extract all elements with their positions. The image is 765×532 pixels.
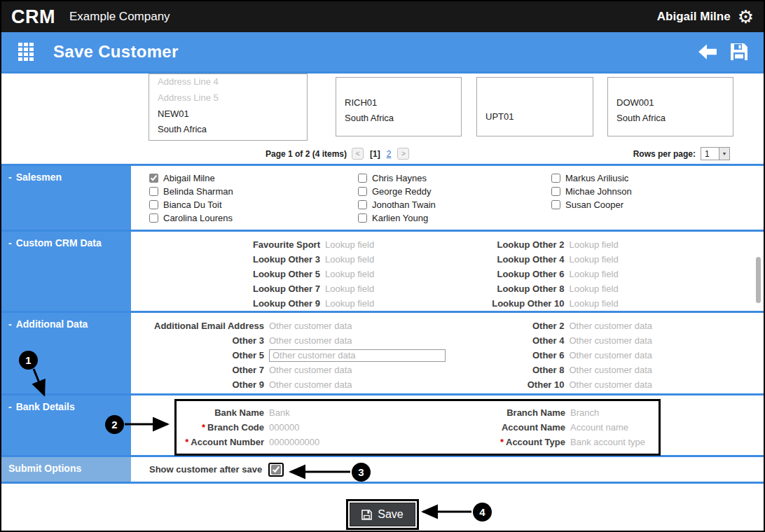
lookup-field[interactable]: Lookup field [320,269,374,279]
scrollbar-thumb[interactable] [756,257,761,303]
field-row: Additional Email AddressOther customer d… [131,318,448,333]
next-page-icon[interactable]: > [397,148,409,160]
field-label: Favourite Sport [131,239,320,250]
gear-icon[interactable]: ⚙ [738,8,754,26]
pagination-bar: Page 1 of 2 (4 items) < [1] 2 > Rows per… [131,147,764,160]
show-customer-after-save-checkbox[interactable] [271,465,281,475]
card-customer-code: NEW01 [158,108,298,119]
prev-page-icon[interactable]: < [352,148,364,160]
section-submit-options: Submit Options Show customer after save [1,455,764,482]
salesman-checkbox[interactable] [358,200,367,209]
customer-card[interactable]: UPT01 [476,77,593,136]
field-label: Other 7 [131,365,264,375]
required-marker: * [202,422,205,433]
salesman-label: Jonothan Twain [372,200,436,210]
other-data-field[interactable]: Other customer data [565,350,653,360]
submit-options-content: Show customer after save [131,457,764,482]
lookup-field[interactable]: Lookup field [565,284,619,294]
field-row: Other 8Other customer data [448,363,764,377]
top-bar: CRM Example Company Abigail Milne ⚙ [1,1,764,32]
card-ghost-line: Address Line 5 [158,92,298,103]
bank-field[interactable]: Bank account type [565,437,645,447]
other-data-field[interactable]: Other customer data [565,335,653,346]
salesman-checkbox[interactable] [149,200,158,209]
lookup-field[interactable]: Lookup field [320,298,374,309]
floppy-icon [361,510,372,520]
field-row: Lookup Other 7Lookup field [131,281,448,296]
other-data-field[interactable]: Other customer data [264,379,352,390]
field-label: Bank Name [177,407,264,418]
salesman-checkbox[interactable] [551,200,560,209]
other-data-field[interactable]: Other customer data [565,379,653,390]
field-label: Branch Name [425,407,565,418]
collapse-icon: - [8,318,12,330]
lookup-field[interactable]: Lookup field [320,239,374,250]
field-row: Account NameAccount name [425,420,656,435]
lookup-field[interactable]: Lookup field [565,254,619,265]
salesman-checkbox[interactable] [358,174,367,183]
salesman-checkbox[interactable] [358,187,367,196]
field-label: Lookup Other 4 [448,254,565,265]
bank-field[interactable]: Account name [565,422,628,433]
additional-left-column: Additional Email AddressOther customer d… [131,318,448,393]
other-data-field[interactable]: Other customer data [264,335,352,346]
custom-crm-right-column: Lookup Other 2Lookup field Lookup Other … [448,237,764,311]
lookup-field[interactable]: Lookup field [565,269,619,279]
sidebar-custom-crm-data[interactable]: -Custom CRM Data [1,232,131,311]
salesman-label: Abigail Milne [163,173,215,183]
field-row: Lookup Other 9Lookup field [131,296,448,311]
lookup-field[interactable]: Lookup field [320,284,374,294]
salesman-checkbox[interactable] [551,187,560,196]
field-label: Lookup Other 7 [131,284,320,294]
section-custom-crm-data: -Custom CRM Data Favourite SportLookup f… [1,230,764,311]
other-data-field[interactable]: Other customer data [264,365,352,375]
sidebar-empty [1,74,131,164]
lookup-field[interactable]: Lookup field [565,239,619,250]
bank-field[interactable]: Branch [565,407,599,418]
back-button[interactable] [698,43,717,60]
topbar-right: Abigail Milne ⚙ [657,8,754,26]
customer-card[interactable]: DOW001 South Africa [607,77,733,136]
salesman-checkbox[interactable] [149,174,158,183]
save-icon[interactable] [730,43,748,61]
save-button[interactable]: Save [350,503,415,526]
page-2-link[interactable]: 2 [387,149,392,159]
rows-per-page-select[interactable]: 1 ▼ [701,147,730,160]
other-5-input[interactable] [269,349,446,362]
logged-in-user[interactable]: Abigail Milne [657,10,731,24]
custom-crm-left-column: Favourite SportLookup field Lookup Other… [131,237,448,311]
card-country: South Africa [158,124,298,134]
salesmen-column-2: Chris Haynes George Reddy Jonothan Twain… [358,173,551,230]
bank-right-column: Branch NameBranch Account NameAccount na… [425,405,656,449]
salesman-checkbox[interactable] [358,214,367,223]
salesman-checkbox[interactable] [149,187,158,196]
field-row: Other 7Other customer data [131,363,448,377]
bank-field[interactable]: Bank [264,407,290,418]
pagination-summary: Page 1 of 2 (4 items) [266,149,347,159]
other-data-field[interactable]: Other customer data [565,321,653,331]
other-data-field[interactable]: Other customer data [565,365,653,375]
salesman-option: Chris Haynes [358,173,551,183]
lookup-field[interactable]: Lookup field [320,254,374,265]
salesman-label: Belinda Sharman [163,186,233,197]
salesman-option: Abigail Milne [149,173,358,183]
sidebar-submit-options[interactable]: Submit Options [1,457,131,482]
customer-card[interactable]: RICH01 South Africa [336,77,462,136]
salesman-label: Bianca Du Toit [163,200,222,210]
lookup-field[interactable]: Lookup field [565,298,619,309]
other-data-field[interactable]: Other customer data [264,321,352,331]
footer: Save [1,482,764,531]
salesman-checkbox[interactable] [551,174,560,183]
salesman-label: Susan Cooper [565,200,623,210]
customer-card[interactable]: Address Line 4 Address Line 5 NEW01 Sout… [149,74,308,141]
salesman-checkbox[interactable] [149,214,158,223]
field-label: *Branch Code [177,422,264,433]
section-title: Salesmen [16,172,62,183]
rows-per-page-group: Rows per page: 1 ▼ [633,147,730,160]
bank-field[interactable]: 000000 [264,422,299,433]
page-title: Save Customer [53,42,179,62]
company-name: Example Company [69,10,170,24]
card-country: South Africa [616,113,724,123]
sidebar-salesmen[interactable]: -Salesmen [1,166,131,230]
bank-field[interactable]: 0000000000 [264,437,319,447]
